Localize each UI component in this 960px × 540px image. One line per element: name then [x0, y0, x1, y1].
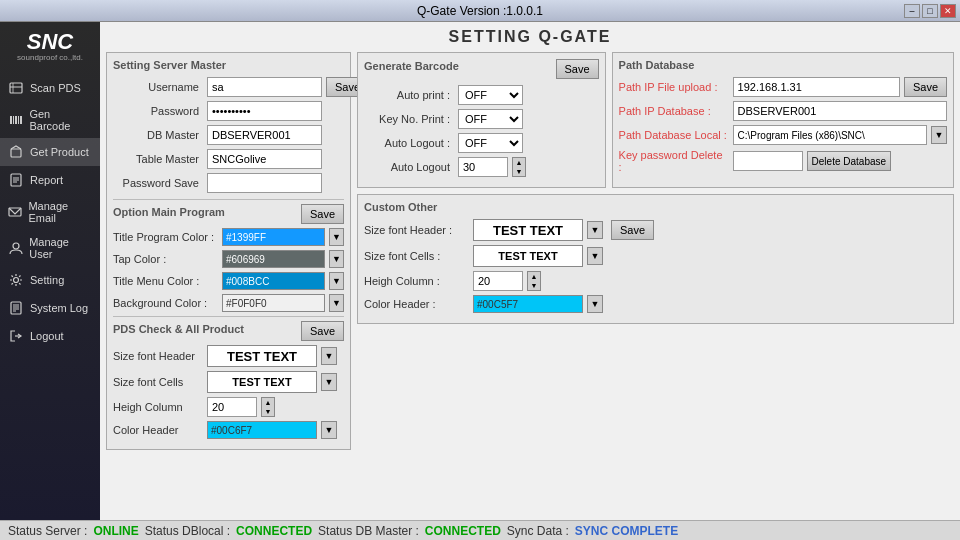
titlebar-text: Q-Gate Version :1.0.0.1 — [417, 4, 543, 18]
background-color-label: Background Color : — [113, 297, 218, 309]
sidebar-item-logout[interactable]: Logout — [0, 322, 100, 350]
option-main-section: Option Main Program Save Title Program C… — [113, 199, 344, 312]
custom-heigh-column-label: Heigh Column : — [364, 275, 469, 287]
box-icon — [8, 144, 24, 160]
title-program-color-label: Title Program Color : — [113, 231, 218, 243]
auto-logout2-down-button[interactable]: ▼ — [513, 167, 525, 176]
key-no-print-label: Key No. Print : — [364, 113, 454, 125]
svg-rect-5 — [15, 116, 17, 124]
delete-database-button[interactable]: Delete Database — [807, 151, 892, 171]
sidebar-item-scan-pds[interactable]: Scan PDS — [0, 74, 100, 102]
svg-rect-6 — [18, 116, 19, 124]
username-label: Username — [113, 81, 203, 93]
password-label: Password — [113, 105, 203, 117]
tap-color-button[interactable]: ▼ — [329, 250, 344, 268]
custom-heigh-up-button[interactable]: ▲ — [528, 272, 540, 281]
sidebar-item-manage-email[interactable]: Manage Email — [0, 194, 100, 230]
generate-barcode-save-button[interactable]: Save — [556, 59, 599, 79]
custom-heigh-column-row: Heigh Column : ▲ ▼ — [364, 271, 654, 291]
custom-heigh-down-button[interactable]: ▼ — [528, 281, 540, 290]
pds-font-header-button[interactable]: ▼ — [321, 347, 337, 365]
auto-print-select[interactable]: OFFON — [458, 85, 523, 105]
ip-database-input[interactable] — [733, 101, 947, 121]
title-menu-color-label: Title Menu Color : — [113, 275, 218, 287]
pds-check-title: PDS Check & All Product — [113, 323, 244, 335]
auto-logout2-up-button[interactable]: ▲ — [513, 158, 525, 167]
sidebar-label-manage-email: Manage Email — [28, 200, 92, 224]
password-row: Password — [113, 101, 344, 121]
pds-font-cells-button[interactable]: ▼ — [321, 373, 337, 391]
password-save-input[interactable] — [207, 173, 322, 193]
svg-point-15 — [14, 278, 19, 283]
db-master-input[interactable] — [207, 125, 322, 145]
pds-color-header-row: Color Header #00C6F7 ▼ — [113, 421, 344, 439]
sidebar-label-scan-pds: Scan PDS — [30, 82, 81, 94]
sidebar-item-get-product[interactable]: Get Product — [0, 138, 100, 166]
background-color-button[interactable]: ▼ — [329, 294, 344, 312]
auto-logout2-label: Auto Logout — [364, 161, 454, 173]
username-input[interactable] — [207, 77, 322, 97]
pds-heigh-up-button[interactable]: ▲ — [262, 398, 274, 407]
sidebar-item-gen-barcode[interactable]: Gen Barcode — [0, 102, 100, 138]
key-no-print-row: Key No. Print : OFFON — [364, 109, 599, 129]
db-master-row: DB Master — [113, 125, 344, 145]
title-menu-color-preview: #008BCC — [222, 272, 325, 290]
database-local-input[interactable] — [733, 125, 927, 145]
logo-snc: SNC — [17, 31, 83, 53]
key-password-row: Key password Delete : Delete Database — [619, 149, 947, 173]
tap-color-label: Tap Color : — [113, 253, 218, 265]
sidebar-item-manage-user[interactable]: Manage User — [0, 230, 100, 266]
pds-font-cells-label: Size font Cells — [113, 376, 203, 388]
minimize-button[interactable]: – — [904, 4, 920, 18]
custom-heigh-column-input[interactable] — [473, 271, 523, 291]
report-icon — [8, 172, 24, 188]
custom-other-panel: Custom Other Size font Header : TEST TEX… — [357, 194, 954, 324]
auto-logout-select[interactable]: OFFON — [458, 133, 523, 153]
background-color-row: Background Color : #F0F0F0 ▼ — [113, 294, 344, 312]
sidebar-label-get-product: Get Product — [30, 146, 89, 158]
pds-check-save-button[interactable]: Save — [301, 321, 344, 341]
pds-color-header-button[interactable]: ▼ — [321, 421, 337, 439]
table-master-row: Table Master — [113, 149, 344, 169]
custom-font-cells-label: Size font Cells : — [364, 250, 469, 262]
custom-font-cells-row: Size font Cells : TEST TEXT ▼ — [364, 245, 654, 267]
pds-heigh-column-input[interactable] — [207, 397, 257, 417]
key-password-input[interactable] — [733, 151, 803, 171]
custom-other-save-button[interactable]: Save — [611, 220, 654, 240]
pds-heigh-down-button[interactable]: ▼ — [262, 407, 274, 416]
sidebar-item-report[interactable]: Report — [0, 166, 100, 194]
barcode-icon — [8, 112, 23, 128]
close-button[interactable]: ✕ — [940, 4, 956, 18]
table-master-input[interactable] — [207, 149, 322, 169]
custom-color-header-preview: #00C5F7 — [473, 295, 583, 313]
option-main-save-button[interactable]: Save — [301, 204, 344, 224]
custom-font-header-label: Size font Header : — [364, 224, 469, 236]
title-program-color-button[interactable]: ▼ — [329, 228, 344, 246]
statusbar: Status Server : ONLINE Status DBlocal : … — [0, 520, 960, 540]
sidebar-item-system-log[interactable]: System Log — [0, 294, 100, 322]
status-server-label: Status Server : — [8, 524, 87, 538]
custom-font-header-button[interactable]: ▼ — [587, 221, 603, 239]
password-save-row: Password Save — [113, 173, 344, 193]
sidebar-item-setting[interactable]: Setting — [0, 266, 100, 294]
title-menu-color-row: Title Menu Color : #008BCC ▼ — [113, 272, 344, 290]
custom-color-header-button[interactable]: ▼ — [587, 295, 603, 313]
restore-button[interactable]: □ — [922, 4, 938, 18]
title-menu-color-button[interactable]: ▼ — [329, 272, 344, 290]
sync-data-value: SYNC COMPLETE — [575, 524, 678, 538]
generate-barcode-title: Generate Barcode — [364, 60, 459, 72]
path-database-save-button[interactable]: Save — [904, 77, 947, 97]
background-color-preview: #F0F0F0 — [222, 294, 325, 312]
pds-font-header-row: Size font Header TEST TEXT ▼ — [113, 345, 344, 367]
password-input[interactable] — [207, 101, 322, 121]
sidebar: SNC soundproof co.,ltd. Scan PDS Gen Bar… — [0, 22, 100, 520]
email-icon — [8, 204, 22, 220]
auto-logout2-input[interactable] — [458, 157, 508, 177]
ip-file-upload-input[interactable] — [733, 77, 900, 97]
database-local-button[interactable]: ▼ — [931, 126, 947, 144]
custom-font-cells-button[interactable]: ▼ — [587, 247, 603, 265]
database-local-label: Path Database Local : — [619, 129, 729, 141]
key-no-print-select[interactable]: OFFON — [458, 109, 523, 129]
sidebar-label-system-log: System Log — [30, 302, 88, 314]
pds-font-cells-preview: TEST TEXT — [207, 371, 317, 393]
